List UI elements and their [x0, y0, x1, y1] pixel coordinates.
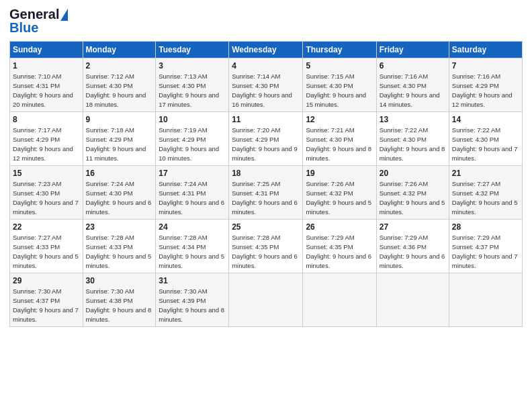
day-number: 18: [232, 168, 300, 179]
day-number: 23: [86, 222, 153, 232]
calendar-cell: 19Sunrise: 7:26 AMSunset: 4:32 PMDayligh…: [303, 166, 376, 220]
day-number: 13: [380, 114, 446, 125]
header: General Blue: [9, 7, 523, 36]
calendar-week-row: 8Sunrise: 7:17 AMSunset: 4:29 PMDaylight…: [10, 112, 523, 166]
calendar-cell: [303, 273, 376, 327]
day-number: 2: [86, 60, 153, 71]
logo-blue: Blue: [9, 20, 38, 36]
day-info: Sunrise: 7:23 AMSunset: 4:30 PMDaylight:…: [13, 180, 79, 215]
day-info: Sunrise: 7:29 AMSunset: 4:35 PMDaylight:…: [306, 234, 371, 269]
day-info: Sunrise: 7:30 AMSunset: 4:39 PMDaylight:…: [159, 287, 224, 322]
calendar-cell: 31Sunrise: 7:30 AMSunset: 4:39 PMDayligh…: [156, 273, 229, 327]
day-number: 6: [380, 60, 446, 71]
day-info: Sunrise: 7:26 AMSunset: 4:32 PMDaylight:…: [380, 180, 445, 215]
day-number: 31: [159, 275, 226, 286]
day-info: Sunrise: 7:24 AMSunset: 4:31 PMDaylight:…: [159, 180, 224, 215]
calendar-cell: 8Sunrise: 7:17 AMSunset: 4:29 PMDaylight…: [10, 112, 83, 166]
day-number: 26: [306, 222, 373, 232]
day-number: 15: [13, 168, 80, 179]
day-info: Sunrise: 7:15 AMSunset: 4:30 PMDaylight:…: [306, 73, 366, 107]
calendar-cell: 15Sunrise: 7:23 AMSunset: 4:30 PMDayligh…: [10, 166, 83, 220]
calendar-cell: 20Sunrise: 7:26 AMSunset: 4:32 PMDayligh…: [376, 166, 449, 220]
day-number: 1: [13, 60, 80, 71]
day-info: Sunrise: 7:28 AMSunset: 4:35 PMDaylight:…: [232, 234, 298, 269]
day-number: 28: [452, 222, 519, 232]
day-info: Sunrise: 7:14 AMSunset: 4:30 PMDaylight:…: [232, 73, 292, 107]
calendar-week-row: 29Sunrise: 7:30 AMSunset: 4:37 PMDayligh…: [10, 273, 523, 327]
day-info: Sunrise: 7:27 AMSunset: 4:32 PMDaylight:…: [452, 180, 518, 215]
day-number: 3: [159, 60, 226, 71]
calendar-cell: 4Sunrise: 7:14 AMSunset: 4:30 PMDaylight…: [229, 58, 303, 112]
calendar-cell: 25Sunrise: 7:28 AMSunset: 4:35 PMDayligh…: [229, 220, 303, 273]
calendar-cell: 7Sunrise: 7:16 AMSunset: 4:29 PMDaylight…: [449, 58, 522, 112]
day-info: Sunrise: 7:13 AMSunset: 4:30 PMDaylight:…: [159, 73, 219, 107]
calendar-cell: 14Sunrise: 7:22 AMSunset: 4:30 PMDayligh…: [449, 112, 522, 166]
day-number: 4: [232, 60, 300, 71]
calendar-cell: [376, 273, 449, 327]
calendar-cell: 10Sunrise: 7:19 AMSunset: 4:29 PMDayligh…: [156, 112, 229, 166]
calendar-cell: 1Sunrise: 7:10 AMSunset: 4:31 PMDaylight…: [10, 58, 83, 112]
day-info: Sunrise: 7:19 AMSunset: 4:29 PMDaylight:…: [159, 126, 219, 161]
calendar-cell: 17Sunrise: 7:24 AMSunset: 4:31 PMDayligh…: [156, 166, 229, 220]
calendar-cell: 18Sunrise: 7:25 AMSunset: 4:31 PMDayligh…: [229, 166, 303, 220]
day-number: 11: [232, 114, 300, 125]
day-number: 5: [306, 60, 373, 71]
logo-triangle-icon: [60, 9, 68, 21]
day-number: 22: [13, 222, 80, 232]
header-sunday: Sunday: [10, 42, 83, 58]
day-info: Sunrise: 7:27 AMSunset: 4:33 PMDaylight:…: [13, 234, 79, 269]
day-info: Sunrise: 7:12 AMSunset: 4:30 PMDaylight:…: [86, 73, 146, 107]
day-info: Sunrise: 7:10 AMSunset: 4:31 PMDaylight:…: [13, 73, 73, 107]
day-info: Sunrise: 7:29 AMSunset: 4:36 PMDaylight:…: [380, 234, 445, 269]
calendar-cell: 16Sunrise: 7:24 AMSunset: 4:30 PMDayligh…: [83, 166, 156, 220]
day-info: Sunrise: 7:22 AMSunset: 4:30 PMDaylight:…: [380, 126, 445, 161]
calendar-cell: 27Sunrise: 7:29 AMSunset: 4:36 PMDayligh…: [376, 220, 449, 273]
day-number: 29: [13, 275, 80, 286]
day-number: 24: [159, 222, 226, 232]
day-number: 25: [232, 222, 300, 232]
header-tuesday: Tuesday: [156, 42, 229, 58]
calendar-table: SundayMondayTuesdayWednesdayThursdayFrid…: [9, 41, 523, 327]
calendar-week-row: 15Sunrise: 7:23 AMSunset: 4:30 PMDayligh…: [10, 166, 523, 220]
calendar-cell: 24Sunrise: 7:28 AMSunset: 4:34 PMDayligh…: [156, 220, 229, 273]
day-number: 30: [86, 275, 153, 286]
calendar-cell: 2Sunrise: 7:12 AMSunset: 4:30 PMDaylight…: [83, 58, 156, 112]
day-info: Sunrise: 7:30 AMSunset: 4:38 PMDaylight:…: [86, 287, 152, 322]
day-number: 19: [306, 168, 373, 179]
day-info: Sunrise: 7:30 AMSunset: 4:37 PMDaylight:…: [13, 287, 79, 322]
calendar-cell: 9Sunrise: 7:18 AMSunset: 4:29 PMDaylight…: [83, 112, 156, 166]
page-container: General Blue SundayMondayTuesdayWednesda…: [0, 0, 532, 332]
calendar-cell: 28Sunrise: 7:29 AMSunset: 4:37 PMDayligh…: [449, 220, 522, 273]
day-number: 12: [306, 114, 373, 125]
calendar-cell: 22Sunrise: 7:27 AMSunset: 4:33 PMDayligh…: [10, 220, 83, 273]
header-monday: Monday: [83, 42, 156, 58]
day-number: 21: [452, 168, 519, 179]
day-info: Sunrise: 7:18 AMSunset: 4:29 PMDaylight:…: [86, 126, 146, 161]
day-info: Sunrise: 7:21 AMSunset: 4:30 PMDaylight:…: [306, 126, 371, 161]
calendar-cell: 3Sunrise: 7:13 AMSunset: 4:30 PMDaylight…: [156, 58, 229, 112]
calendar-cell: [229, 273, 303, 327]
calendar-header-row: SundayMondayTuesdayWednesdayThursdayFrid…: [10, 42, 523, 58]
calendar-week-row: 1Sunrise: 7:10 AMSunset: 4:31 PMDaylight…: [10, 58, 523, 112]
calendar-cell: 6Sunrise: 7:16 AMSunset: 4:30 PMDaylight…: [376, 58, 449, 112]
day-number: 17: [159, 168, 226, 179]
day-number: 14: [452, 114, 519, 125]
day-info: Sunrise: 7:16 AMSunset: 4:30 PMDaylight:…: [380, 73, 440, 107]
calendar-cell: 5Sunrise: 7:15 AMSunset: 4:30 PMDaylight…: [303, 58, 376, 112]
header-wednesday: Wednesday: [229, 42, 303, 58]
header-thursday: Thursday: [303, 42, 376, 58]
calendar-cell: 21Sunrise: 7:27 AMSunset: 4:32 PMDayligh…: [449, 166, 522, 220]
day-info: Sunrise: 7:16 AMSunset: 4:29 PMDaylight:…: [452, 73, 513, 107]
day-info: Sunrise: 7:28 AMSunset: 4:34 PMDaylight:…: [159, 234, 224, 269]
calendar-cell: 11Sunrise: 7:20 AMSunset: 4:29 PMDayligh…: [229, 112, 303, 166]
calendar-cell: 29Sunrise: 7:30 AMSunset: 4:37 PMDayligh…: [10, 273, 83, 327]
calendar-cell: 26Sunrise: 7:29 AMSunset: 4:35 PMDayligh…: [303, 220, 376, 273]
day-info: Sunrise: 7:29 AMSunset: 4:37 PMDaylight:…: [452, 234, 518, 269]
day-info: Sunrise: 7:24 AMSunset: 4:30 PMDaylight:…: [86, 180, 152, 215]
header-friday: Friday: [376, 42, 449, 58]
calendar-week-row: 22Sunrise: 7:27 AMSunset: 4:33 PMDayligh…: [10, 220, 523, 273]
day-number: 10: [159, 114, 226, 125]
calendar-cell: [449, 273, 522, 327]
day-number: 7: [452, 60, 519, 71]
day-info: Sunrise: 7:17 AMSunset: 4:29 PMDaylight:…: [13, 126, 73, 161]
